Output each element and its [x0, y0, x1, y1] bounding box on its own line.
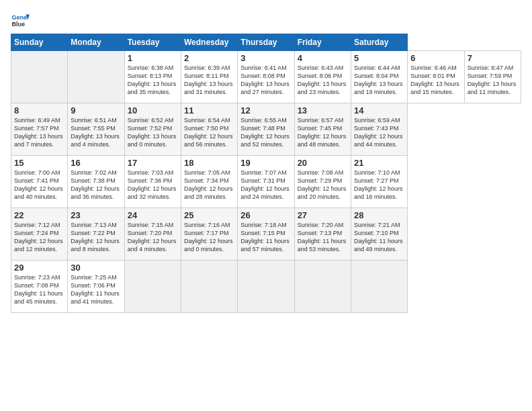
calendar-cell: 10Sunrise: 6:52 AMSunset: 7:52 PMDayligh… [124, 103, 181, 156]
cell-info: Sunrise: 7:16 AMSunset: 7:17 PMDaylight:… [184, 221, 234, 254]
page-container: General Blue SundayMondayTuesdayWednesda… [0, 0, 532, 318]
cell-info: Sunrise: 6:44 AMSunset: 8:04 PMDaylight:… [354, 64, 404, 97]
cell-info: Sunrise: 7:18 AMSunset: 7:15 PMDaylight:… [240, 221, 291, 254]
header: General Blue [11, 11, 521, 30]
cell-info: Sunrise: 7:10 AMSunset: 7:27 PMDaylight:… [354, 169, 404, 201]
calendar-cell: 8Sunrise: 6:49 AMSunset: 7:57 PMDaylight… [11, 103, 68, 156]
day-number: 5 [354, 53, 404, 63]
day-number: 14 [354, 105, 404, 116]
cell-info: Sunrise: 6:41 AMSunset: 8:08 PMDaylight:… [240, 64, 291, 97]
calendar-cell: 25Sunrise: 7:16 AMSunset: 7:17 PMDayligh… [181, 208, 237, 261]
day-number: 4 [298, 53, 348, 63]
cell-info: Sunrise: 6:55 AMSunset: 7:48 PMDaylight:… [240, 116, 291, 149]
calendar-cell: 13Sunrise: 6:57 AMSunset: 7:45 PMDayligh… [294, 103, 351, 156]
calendar-cell: 28Sunrise: 7:21 AMSunset: 7:10 PMDayligh… [351, 208, 407, 261]
week-row-1: 1Sunrise: 6:38 AMSunset: 8:13 PMDaylight… [11, 51, 521, 103]
day-number: 12 [240, 105, 291, 116]
cell-info: Sunrise: 6:49 AMSunset: 7:57 PMDaylight:… [14, 116, 64, 149]
weekday-header-monday: Monday [68, 34, 124, 51]
calendar-cell: 20Sunrise: 7:08 AMSunset: 7:29 PMDayligh… [294, 156, 351, 208]
calendar-cell: 3Sunrise: 6:41 AMSunset: 8:08 PMDaylight… [238, 51, 294, 103]
day-number: 9 [71, 105, 121, 116]
calendar-cell: 29Sunrise: 7:23 AMSunset: 7:08 PMDayligh… [11, 261, 68, 313]
weekday-header-saturday: Saturday [351, 34, 407, 51]
calendar-cell: 15Sunrise: 7:00 AMSunset: 7:41 PMDayligh… [11, 156, 68, 208]
calendar-cell: 27Sunrise: 7:20 AMSunset: 7:13 PMDayligh… [294, 208, 351, 261]
weekday-header-friday: Friday [294, 34, 351, 51]
calendar-cell: 17Sunrise: 7:03 AMSunset: 7:36 PMDayligh… [124, 156, 181, 208]
weekday-header-row: SundayMondayTuesdayWednesdayThursdayFrid… [11, 34, 521, 51]
cell-info: Sunrise: 6:51 AMSunset: 7:55 PMDaylight:… [71, 116, 121, 149]
day-number: 27 [298, 210, 348, 220]
day-number: 10 [128, 105, 178, 116]
cell-info: Sunrise: 7:15 AMSunset: 7:20 PMDaylight:… [128, 221, 178, 254]
weekday-header-tuesday: Tuesday [124, 34, 181, 51]
calendar-cell: 18Sunrise: 7:05 AMSunset: 7:34 PMDayligh… [181, 156, 237, 208]
day-number: 26 [240, 210, 291, 220]
day-number: 7 [468, 53, 518, 63]
svg-text:Blue: Blue [11, 21, 25, 28]
calendar-cell [238, 261, 294, 313]
cell-info: Sunrise: 6:57 AMSunset: 7:45 PMDaylight:… [298, 116, 348, 149]
day-number: 23 [71, 210, 121, 220]
calendar-cell: 7Sunrise: 6:47 AMSunset: 7:59 PMDaylight… [464, 51, 521, 103]
cell-info: Sunrise: 6:54 AMSunset: 7:50 PMDaylight:… [184, 116, 234, 149]
cell-info: Sunrise: 6:38 AMSunset: 8:13 PMDaylight:… [128, 64, 178, 97]
day-number: 19 [240, 158, 291, 168]
calendar-cell: 30Sunrise: 7:25 AMSunset: 7:06 PMDayligh… [68, 261, 124, 313]
day-number: 15 [14, 158, 64, 168]
cell-info: Sunrise: 7:12 AMSunset: 7:24 PMDaylight:… [14, 221, 64, 254]
day-number: 21 [354, 158, 404, 168]
day-number: 13 [298, 105, 348, 116]
calendar-cell [68, 51, 124, 103]
weekday-header-wednesday: Wednesday [181, 34, 237, 51]
day-number: 17 [128, 158, 178, 168]
cell-info: Sunrise: 7:08 AMSunset: 7:29 PMDaylight:… [298, 169, 348, 201]
calendar-cell: 19Sunrise: 7:07 AMSunset: 7:31 PMDayligh… [238, 156, 294, 208]
cell-info: Sunrise: 6:43 AMSunset: 8:06 PMDaylight:… [298, 64, 348, 97]
calendar-cell: 23Sunrise: 7:13 AMSunset: 7:22 PMDayligh… [68, 208, 124, 261]
cell-info: Sunrise: 7:13 AMSunset: 7:22 PMDaylight:… [71, 221, 121, 254]
week-row-2: 8Sunrise: 6:49 AMSunset: 7:57 PMDaylight… [11, 103, 521, 156]
day-number: 24 [128, 210, 178, 220]
calendar-cell [124, 261, 181, 313]
calendar-cell [294, 261, 351, 313]
cell-info: Sunrise: 7:00 AMSunset: 7:41 PMDaylight:… [14, 169, 64, 201]
calendar-cell: 16Sunrise: 7:02 AMSunset: 7:38 PMDayligh… [68, 156, 124, 208]
calendar-cell: 5Sunrise: 6:44 AMSunset: 8:04 PMDaylight… [351, 51, 407, 103]
cell-info: Sunrise: 7:23 AMSunset: 7:08 PMDaylight:… [14, 273, 64, 306]
week-row-5: 29Sunrise: 7:23 AMSunset: 7:08 PMDayligh… [11, 261, 521, 313]
calendar-cell [11, 51, 68, 103]
logo-icon: General Blue [11, 11, 30, 30]
calendar-cell: 26Sunrise: 7:18 AMSunset: 7:15 PMDayligh… [238, 208, 294, 261]
calendar-cell: 22Sunrise: 7:12 AMSunset: 7:24 PMDayligh… [11, 208, 68, 261]
calendar-cell [181, 261, 237, 313]
calendar-cell: 21Sunrise: 7:10 AMSunset: 7:27 PMDayligh… [351, 156, 407, 208]
day-number: 16 [71, 158, 121, 168]
day-number: 3 [240, 53, 291, 63]
cell-info: Sunrise: 6:47 AMSunset: 7:59 PMDaylight:… [468, 64, 518, 97]
cell-info: Sunrise: 7:21 AMSunset: 7:10 PMDaylight:… [354, 221, 404, 254]
calendar-table: SundayMondayTuesdayWednesdayThursdayFrid… [11, 34, 521, 313]
calendar-cell: 2Sunrise: 6:39 AMSunset: 8:11 PMDaylight… [181, 51, 237, 103]
cell-info: Sunrise: 6:39 AMSunset: 8:11 PMDaylight:… [184, 64, 234, 97]
cell-info: Sunrise: 7:07 AMSunset: 7:31 PMDaylight:… [240, 169, 291, 201]
cell-info: Sunrise: 6:46 AMSunset: 8:01 PMDaylight:… [410, 64, 461, 97]
logo: General Blue [11, 11, 32, 30]
day-number: 29 [14, 263, 64, 273]
day-number: 11 [184, 105, 234, 116]
cell-info: Sunrise: 6:52 AMSunset: 7:52 PMDaylight:… [128, 116, 178, 149]
day-number: 2 [184, 53, 234, 63]
week-row-3: 15Sunrise: 7:00 AMSunset: 7:41 PMDayligh… [11, 156, 521, 208]
day-number: 8 [14, 105, 64, 116]
cell-info: Sunrise: 7:02 AMSunset: 7:38 PMDaylight:… [71, 169, 121, 201]
day-number: 25 [184, 210, 234, 220]
day-number: 6 [410, 53, 461, 63]
calendar-cell: 9Sunrise: 6:51 AMSunset: 7:55 PMDaylight… [68, 103, 124, 156]
day-number: 30 [71, 263, 121, 273]
calendar-cell: 11Sunrise: 6:54 AMSunset: 7:50 PMDayligh… [181, 103, 237, 156]
cell-info: Sunrise: 6:59 AMSunset: 7:43 PMDaylight:… [354, 116, 404, 149]
day-number: 18 [184, 158, 234, 168]
day-number: 22 [14, 210, 64, 220]
week-row-4: 22Sunrise: 7:12 AMSunset: 7:24 PMDayligh… [11, 208, 521, 261]
